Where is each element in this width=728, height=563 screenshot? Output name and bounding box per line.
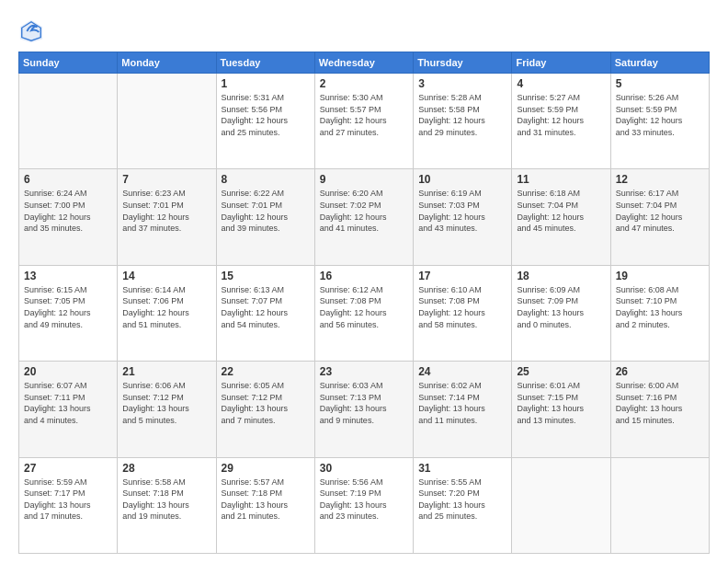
calendar-header-wednesday: Wednesday <box>314 52 413 74</box>
calendar-cell: 26Sunrise: 6:00 AM Sunset: 7:16 PM Dayli… <box>610 362 709 457</box>
calendar-cell <box>512 457 610 553</box>
calendar-cell: 29Sunrise: 5:57 AM Sunset: 7:18 PM Dayli… <box>216 457 314 553</box>
day-info: Sunrise: 6:17 AM Sunset: 7:04 PM Dayligh… <box>616 188 704 234</box>
day-number: 21 <box>122 365 210 378</box>
calendar-header-tuesday: Tuesday <box>216 52 314 74</box>
day-number: 3 <box>418 77 506 90</box>
day-number: 23 <box>320 365 408 378</box>
logo <box>18 18 48 44</box>
calendar-cell: 21Sunrise: 6:06 AM Sunset: 7:12 PM Dayli… <box>118 362 216 457</box>
day-number: 4 <box>517 77 605 90</box>
calendar-cell <box>610 457 709 553</box>
calendar-cell: 9Sunrise: 6:20 AM Sunset: 7:02 PM Daylig… <box>314 169 413 265</box>
calendar-cell: 17Sunrise: 6:10 AM Sunset: 7:08 PM Dayli… <box>414 265 512 361</box>
calendar-header-thursday: Thursday <box>414 52 512 74</box>
day-info: Sunrise: 5:56 AM Sunset: 7:19 PM Dayligh… <box>320 477 408 523</box>
logo-icon <box>18 18 44 44</box>
day-number: 19 <box>616 270 704 282</box>
day-number: 22 <box>222 365 310 378</box>
calendar-week-row: 6Sunrise: 6:24 AM Sunset: 7:00 PM Daylig… <box>19 169 710 265</box>
day-number: 20 <box>24 365 112 378</box>
day-info: Sunrise: 6:15 AM Sunset: 7:05 PM Dayligh… <box>24 284 112 330</box>
day-number: 25 <box>517 365 605 378</box>
calendar-cell: 24Sunrise: 6:02 AM Sunset: 7:14 PM Dayli… <box>414 362 512 457</box>
day-info: Sunrise: 6:02 AM Sunset: 7:14 PM Dayligh… <box>418 380 506 426</box>
day-info: Sunrise: 5:57 AM Sunset: 7:18 PM Dayligh… <box>222 477 310 523</box>
day-number: 14 <box>122 270 210 282</box>
day-info: Sunrise: 6:19 AM Sunset: 7:03 PM Dayligh… <box>418 188 506 234</box>
day-info: Sunrise: 6:23 AM Sunset: 7:01 PM Dayligh… <box>122 188 210 234</box>
day-info: Sunrise: 6:00 AM Sunset: 7:16 PM Dayligh… <box>616 380 704 426</box>
calendar-cell: 18Sunrise: 6:09 AM Sunset: 7:09 PM Dayli… <box>512 265 610 361</box>
calendar-cell: 15Sunrise: 6:13 AM Sunset: 7:07 PM Dayli… <box>216 265 314 361</box>
calendar-table: SundayMondayTuesdayWednesdayThursdayFrid… <box>18 52 710 554</box>
calendar-cell: 16Sunrise: 6:12 AM Sunset: 7:08 PM Dayli… <box>314 265 413 361</box>
calendar-cell: 25Sunrise: 6:01 AM Sunset: 7:15 PM Dayli… <box>512 362 610 457</box>
day-info: Sunrise: 6:01 AM Sunset: 7:15 PM Dayligh… <box>517 380 605 426</box>
calendar-cell: 19Sunrise: 6:08 AM Sunset: 7:10 PM Dayli… <box>610 265 709 361</box>
day-info: Sunrise: 6:08 AM Sunset: 7:10 PM Dayligh… <box>616 284 704 330</box>
calendar-cell: 23Sunrise: 6:03 AM Sunset: 7:13 PM Dayli… <box>314 362 413 457</box>
day-info: Sunrise: 6:05 AM Sunset: 7:12 PM Dayligh… <box>222 380 310 426</box>
day-info: Sunrise: 6:24 AM Sunset: 7:00 PM Dayligh… <box>24 188 112 234</box>
calendar-cell <box>118 74 216 169</box>
calendar-week-row: 1Sunrise: 5:31 AM Sunset: 5:56 PM Daylig… <box>19 74 710 169</box>
day-number: 13 <box>24 270 112 282</box>
day-info: Sunrise: 6:09 AM Sunset: 7:09 PM Dayligh… <box>517 284 605 330</box>
day-info: Sunrise: 5:58 AM Sunset: 7:18 PM Dayligh… <box>122 477 210 523</box>
day-info: Sunrise: 5:55 AM Sunset: 7:20 PM Dayligh… <box>418 477 506 523</box>
day-number: 26 <box>616 365 704 378</box>
calendar-cell: 31Sunrise: 5:55 AM Sunset: 7:20 PM Dayli… <box>414 457 512 553</box>
day-info: Sunrise: 6:07 AM Sunset: 7:11 PM Dayligh… <box>24 380 112 426</box>
day-info: Sunrise: 5:28 AM Sunset: 5:58 PM Dayligh… <box>418 92 506 138</box>
calendar-cell: 22Sunrise: 6:05 AM Sunset: 7:12 PM Dayli… <box>216 362 314 457</box>
day-number: 7 <box>122 173 210 186</box>
day-number: 11 <box>517 173 605 186</box>
day-number: 27 <box>24 462 112 475</box>
day-info: Sunrise: 5:26 AM Sunset: 5:59 PM Dayligh… <box>616 92 704 138</box>
calendar-header-friday: Friday <box>512 52 610 74</box>
day-info: Sunrise: 6:14 AM Sunset: 7:06 PM Dayligh… <box>122 284 210 330</box>
calendar-cell: 3Sunrise: 5:28 AM Sunset: 5:58 PM Daylig… <box>414 74 512 169</box>
day-number: 1 <box>222 77 310 90</box>
day-info: Sunrise: 6:03 AM Sunset: 7:13 PM Dayligh… <box>320 380 408 426</box>
calendar-cell: 20Sunrise: 6:07 AM Sunset: 7:11 PM Dayli… <box>19 362 118 457</box>
calendar-header-row: SundayMondayTuesdayWednesdayThursdayFrid… <box>19 52 710 74</box>
calendar-cell: 13Sunrise: 6:15 AM Sunset: 7:05 PM Dayli… <box>19 265 118 361</box>
day-number: 8 <box>222 173 310 186</box>
calendar-cell: 11Sunrise: 6:18 AM Sunset: 7:04 PM Dayli… <box>512 169 610 265</box>
day-number: 12 <box>616 173 704 186</box>
day-number: 24 <box>418 365 506 378</box>
calendar-cell: 12Sunrise: 6:17 AM Sunset: 7:04 PM Dayli… <box>610 169 709 265</box>
calendar-header-monday: Monday <box>118 52 216 74</box>
day-info: Sunrise: 6:12 AM Sunset: 7:08 PM Dayligh… <box>320 284 408 330</box>
day-info: Sunrise: 6:13 AM Sunset: 7:07 PM Dayligh… <box>222 284 310 330</box>
calendar-week-row: 13Sunrise: 6:15 AM Sunset: 7:05 PM Dayli… <box>19 265 710 361</box>
calendar-cell: 2Sunrise: 5:30 AM Sunset: 5:57 PM Daylig… <box>314 74 413 169</box>
calendar-cell: 5Sunrise: 5:26 AM Sunset: 5:59 PM Daylig… <box>610 74 709 169</box>
day-number: 2 <box>320 77 408 90</box>
day-number: 29 <box>222 462 310 475</box>
calendar-cell: 30Sunrise: 5:56 AM Sunset: 7:19 PM Dayli… <box>314 457 413 553</box>
calendar-cell: 1Sunrise: 5:31 AM Sunset: 5:56 PM Daylig… <box>216 74 314 169</box>
day-number: 9 <box>320 173 408 186</box>
day-info: Sunrise: 6:22 AM Sunset: 7:01 PM Dayligh… <box>222 188 310 234</box>
day-number: 15 <box>222 270 310 282</box>
day-number: 31 <box>418 462 506 475</box>
day-info: Sunrise: 5:59 AM Sunset: 7:17 PM Dayligh… <box>24 477 112 523</box>
calendar-header-sunday: Sunday <box>19 52 118 74</box>
day-info: Sunrise: 5:27 AM Sunset: 5:59 PM Dayligh… <box>517 92 605 138</box>
day-info: Sunrise: 6:18 AM Sunset: 7:04 PM Dayligh… <box>517 188 605 234</box>
day-info: Sunrise: 6:06 AM Sunset: 7:12 PM Dayligh… <box>122 380 210 426</box>
day-info: Sunrise: 6:20 AM Sunset: 7:02 PM Dayligh… <box>320 188 408 234</box>
calendar-cell: 10Sunrise: 6:19 AM Sunset: 7:03 PM Dayli… <box>414 169 512 265</box>
day-number: 30 <box>320 462 408 475</box>
calendar-cell: 28Sunrise: 5:58 AM Sunset: 7:18 PM Dayli… <box>118 457 216 553</box>
day-number: 6 <box>24 173 112 186</box>
calendar-week-row: 20Sunrise: 6:07 AM Sunset: 7:11 PM Dayli… <box>19 362 710 457</box>
day-number: 28 <box>122 462 210 475</box>
calendar-cell: 27Sunrise: 5:59 AM Sunset: 7:17 PM Dayli… <box>19 457 118 553</box>
day-number: 18 <box>517 270 605 282</box>
calendar-cell: 6Sunrise: 6:24 AM Sunset: 7:00 PM Daylig… <box>19 169 118 265</box>
header <box>18 15 710 44</box>
